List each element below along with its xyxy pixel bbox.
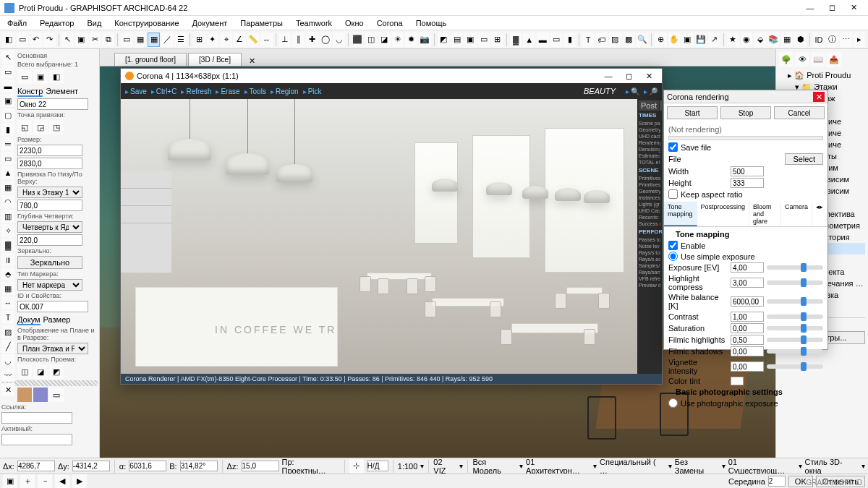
tb-info-icon[interactable]: ⓘ <box>826 33 838 47</box>
tb-zoom-icon[interactable]: ⊕ <box>655 33 667 47</box>
tool-object-icon[interactable]: ⬘ <box>1 267 14 281</box>
width-input[interactable] <box>17 145 82 156</box>
zoom-out-icon[interactable]: － <box>38 474 52 489</box>
cr-vig-input[interactable] <box>731 361 764 372</box>
tab-floor[interactable]: [1. ground floor] <box>114 53 187 66</box>
cr-sat-slider[interactable] <box>767 326 823 330</box>
cr-photo-radio[interactable] <box>668 398 678 408</box>
vfb-max-icon[interactable]: ◻ <box>620 72 637 81</box>
vfb-close-icon[interactable]: ✕ <box>640 72 658 81</box>
vfb-tools-button[interactable]: Tools <box>244 87 266 95</box>
dy-input[interactable] <box>72 461 110 471</box>
nav-prev-icon[interactable]: ◀ <box>55 474 69 489</box>
alpha-input[interactable] <box>129 461 166 471</box>
tb-angle-icon[interactable]: ∠ <box>234 33 246 47</box>
viz-label[interactable]: 02 VIZ <box>433 458 456 474</box>
tb-arc-icon[interactable]: ◡ <box>333 33 345 47</box>
dx-input[interactable] <box>17 461 55 471</box>
tool-beam-icon[interactable]: ═ <box>1 137 14 150</box>
tb-detail-icon[interactable]: ▣ <box>464 33 477 47</box>
tool-arrow-icon[interactable]: ↖ <box>1 51 14 64</box>
tb-layers-icon[interactable]: ☰ <box>175 33 187 47</box>
reveal-input[interactable] <box>17 234 82 246</box>
arch-label[interactable]: 01 Архитектурн… <box>526 458 590 474</box>
tb-id-icon[interactable]: ID <box>813 33 825 47</box>
link-input[interactable] <box>1 412 72 424</box>
cr-savefile-check[interactable] <box>668 142 678 152</box>
seredina-label[interactable]: Середина <box>728 477 765 486</box>
tool-zone-icon[interactable]: ▦ <box>1 282 14 295</box>
height-input[interactable] <box>17 158 82 169</box>
tb-snap-icon[interactable]: ⌖ <box>220 33 232 47</box>
cr-stop-button[interactable]: Stop <box>720 106 771 119</box>
marker-select[interactable]: Нет маркера <box>17 279 82 291</box>
tool-slab-icon[interactable]: ▭ <box>1 152 14 165</box>
tb-select-icon[interactable]: ▦ <box>148 33 160 47</box>
tool-morph-icon[interactable]: ✧ <box>1 224 14 237</box>
geom-btn1-icon[interactable]: ▭ <box>17 69 32 84</box>
cr-wb-slider[interactable] <box>767 299 823 304</box>
cr-height-input[interactable] <box>731 178 764 188</box>
tb-line-icon[interactable]: ／ <box>161 33 174 47</box>
tb-copy-icon[interactable]: ⧉ <box>102 33 114 47</box>
tb-dim-icon[interactable]: ↔ <box>260 33 273 47</box>
tb-more2-icon[interactable]: ▸ <box>854 33 866 47</box>
zoom-in-icon[interactable]: ＋ <box>20 474 35 489</box>
tb-profile-icon[interactable]: ⬙ <box>754 33 766 47</box>
cr-tab-more-icon[interactable]: ◂▸ <box>812 202 827 226</box>
tab-konstr[interactable]: Констр <box>17 87 43 97</box>
vfb-min-icon[interactable]: — <box>600 72 617 81</box>
menu-view[interactable]: Вид <box>82 17 106 29</box>
geom-btn3-icon[interactable]: ◧ <box>49 69 64 84</box>
tb-cursor-icon[interactable]: ↖ <box>61 33 74 47</box>
tb-layout-icon[interactable]: ⊞ <box>491 33 503 47</box>
cr-fh-slider[interactable] <box>767 338 823 342</box>
tb-camera-icon[interactable]: 📷 <box>419 33 431 47</box>
vfb-zoom2-icon[interactable]: 🔎 <box>644 87 658 95</box>
vfb-pick-button[interactable]: Pick <box>303 87 322 95</box>
swatch3-icon[interactable]: ▭ <box>49 388 64 402</box>
tb-section-icon[interactable]: ◩ <box>438 33 450 47</box>
dz-input[interactable] <box>242 461 279 471</box>
tb-more1-icon[interactable]: ⋯ <box>840 33 852 47</box>
anchor1-icon[interactable]: ◱ <box>17 120 32 134</box>
tab-element[interactable]: Элемент <box>46 87 78 97</box>
cr-close-icon[interactable]: ✕ <box>813 92 825 102</box>
minimize-button[interactable]: — <box>800 1 820 14</box>
menu-corona[interactable]: Corona <box>373 17 407 29</box>
cr-highlight-input[interactable] <box>731 278 764 288</box>
cr-select-button[interactable]: Select <box>785 153 823 165</box>
nav-book-icon[interactable]: 📖 <box>811 52 825 67</box>
menu-teamwork[interactable]: Teamwork <box>292 17 336 29</box>
close-button[interactable]: ✕ <box>843 1 864 14</box>
cr-fh-input[interactable] <box>731 335 764 345</box>
tb-group-icon[interactable]: ⊞ <box>193 33 205 47</box>
tb-mesh-icon[interactable]: ▦ <box>781 33 793 47</box>
zoom-fit-icon[interactable]: ▣ <box>3 474 17 489</box>
menu-design[interactable]: Конструирование <box>110 17 183 29</box>
reveal-select[interactable]: Четверть к Ядру <box>17 221 82 233</box>
anchor2-icon[interactable]: ◲ <box>33 120 48 134</box>
tb-fill-icon[interactable]: ▨ <box>609 33 621 47</box>
cr-cancel-button[interactable]: Cancel <box>774 106 825 119</box>
tool-arc-icon[interactable]: ◡ <box>1 354 14 367</box>
cr-width-input[interactable] <box>731 166 764 176</box>
tb-sun-icon[interactable]: ✹ <box>405 33 417 47</box>
tb-stair-icon[interactable]: ▓ <box>510 33 522 47</box>
swatch2-icon[interactable] <box>33 388 48 402</box>
tool-roof-icon[interactable]: ▲ <box>1 166 14 179</box>
tool-spline-icon[interactable]: 〰 <box>1 369 14 382</box>
tb-ortho-icon[interactable]: ⊥ <box>279 33 292 47</box>
id-input[interactable] <box>17 301 88 312</box>
num-input[interactable] <box>768 476 786 487</box>
tool-hotspot-icon[interactable]: ✕ <box>1 383 14 396</box>
spec-label[interactable]: Специальный ( … <box>600 458 665 474</box>
tb-measure-icon[interactable]: 📏 <box>247 33 260 47</box>
nav-next-icon[interactable]: ▶ <box>72 474 87 489</box>
vfb-region-button[interactable]: Region <box>271 87 299 95</box>
menu-window[interactable]: Окно <box>341 17 368 29</box>
floor-select[interactable]: Низ к Этажу 1 <box>17 187 82 198</box>
menu-document[interactable]: Документ <box>188 17 232 29</box>
vfb-zoom1-icon[interactable]: 🔍 <box>626 87 639 95</box>
vfb-tab-st[interactable]: St <box>660 100 662 111</box>
